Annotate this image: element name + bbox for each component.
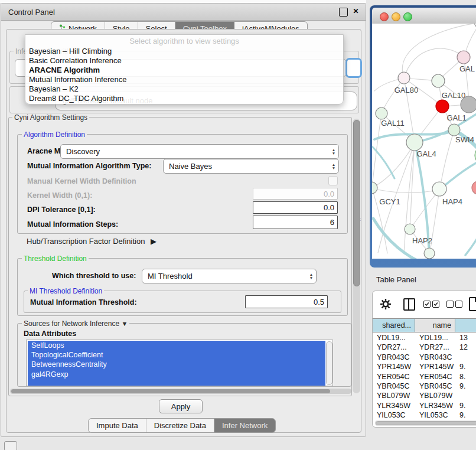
- split-columns-icon[interactable]: [403, 298, 415, 311]
- table-cell: YBR043C: [377, 353, 415, 361]
- close-panel-icon[interactable]: ✕: [352, 8, 360, 15]
- node-gal4-label: GAL4: [416, 149, 436, 158]
- which-threshold-combobox[interactable]: MI Threshold ▲▼: [142, 269, 317, 283]
- column-header[interactable]: name: [415, 319, 455, 332]
- algorithm-option[interactable]: Bayesian – K2: [27, 84, 342, 94]
- node-hap2[interactable]: [405, 224, 415, 234]
- algorithm-option[interactable]: Mutual Information Inference: [27, 75, 342, 84]
- table-row[interactable]: YLR345WYLR345W9.: [373, 402, 476, 411]
- sources-title-text: Sources for Network Inference: [24, 319, 119, 328]
- table-row[interactable]: YDL19...YDL19...13: [373, 334, 476, 343]
- node-gal10[interactable]: [432, 74, 445, 87]
- column-header[interactable]: [455, 319, 476, 332]
- zoom-traffic-light[interactable]: [403, 12, 412, 21]
- table-header-row: shared...name: [373, 318, 476, 332]
- bottom-tab-impute-data[interactable]: Impute Data: [89, 419, 146, 432]
- bottom-tab-discretize-data[interactable]: Discretize Data: [146, 419, 214, 432]
- expand-right-icon: ▶: [151, 237, 157, 246]
- unchecked-pair-icon[interactable]: [446, 301, 462, 308]
- table-row[interactable]: YPR145WYPR145W9.: [373, 363, 476, 372]
- minimize-traffic-light[interactable]: [392, 12, 400, 21]
- node-salmon[interactable]: [472, 181, 476, 194]
- table-cell: YBL079W: [419, 392, 455, 400]
- algorithm-option[interactable]: Dream8 DC_TDC Algorithm: [27, 94, 342, 103]
- mi-threshold-label: Mutual Information Threshold:: [30, 298, 137, 306]
- attribute-list-item[interactable]: TopologicalCoefficient: [28, 350, 325, 360]
- attribute-list-item[interactable]: gal4RGexp: [28, 370, 325, 379]
- node-gcy1[interactable]: [372, 182, 377, 194]
- node-gal4[interactable]: [406, 134, 423, 151]
- algorithm-option[interactable]: ARACNE Algorithm: [27, 66, 342, 75]
- mi-algorithm-type-label: Mutual Information Algorithm Type:: [27, 162, 151, 170]
- kernel-width-label: Kernel Width (0,1):: [27, 191, 92, 200]
- node-bottom-partial[interactable]: [424, 248, 435, 259]
- aracne-mode-combobox[interactable]: Discovery ▲▼: [60, 144, 339, 159]
- table-cell: YBL079W: [377, 392, 415, 400]
- attribute-list-item[interactable]: BetweennessCentrality: [28, 360, 325, 369]
- list-scrollbar[interactable]: [326, 341, 332, 385]
- mi-threshold-input[interactable]: [245, 295, 328, 308]
- close-traffic-light[interactable]: [380, 12, 389, 21]
- table-row[interactable]: YBR043CYBR043C: [373, 353, 476, 363]
- node-gal-pink[interactable]: [457, 51, 470, 64]
- node-hap4[interactable]: [432, 182, 446, 196]
- table-row[interactable]: YBR045CYBR045C9.: [373, 382, 476, 392]
- attribute-list-item[interactable]: SelfLoops: [28, 341, 325, 350]
- which-threshold-value: MI Threshold: [142, 272, 307, 281]
- collapse-panel-button[interactable]: [4, 441, 17, 450]
- network-view-window[interactable]: GALGAL80GAL10GAL1GAL11SWI4GAL4GCY1HAP4YH…: [370, 5, 476, 268]
- network-canvas[interactable]: GALGAL80GAL10GAL1GAL11SWI4GAL4GCY1HAP4YH…: [372, 24, 476, 259]
- checked-pair-icon[interactable]: [423, 301, 439, 308]
- node-swi4[interactable]: [448, 124, 460, 136]
- node-gal11[interactable]: [376, 107, 387, 119]
- data-attributes-list[interactable]: SelfLoopsTopologicalCoefficientBetweenne…: [26, 340, 333, 386]
- apply-button[interactable]: Apply: [159, 399, 203, 413]
- table-cell: 8.: [459, 373, 476, 381]
- panel-splitter-handle[interactable]: ··: [360, 217, 363, 223]
- hub-definition-label: Hub/Transcription Factor Definition: [27, 237, 145, 246]
- table-cell: YLR345W: [419, 402, 455, 410]
- hub-definition-toggle[interactable]: Hub/Transcription Factor Definition ▶: [27, 237, 157, 246]
- control-panel-title: Control Panel: [8, 8, 55, 17]
- table-row[interactable]: YDR27...YDR27...12: [373, 343, 476, 353]
- node-gal80-label: GAL80: [395, 86, 418, 94]
- node-gal10-label: GAL10: [442, 91, 465, 100]
- which-threshold-label: Which threshold to use:: [52, 272, 136, 280]
- tab-label: Impute Data: [96, 421, 138, 430]
- node-gal80[interactable]: [398, 72, 410, 84]
- column-header[interactable]: shared...: [373, 319, 415, 332]
- algorithm-dropdown-placeholder: Select algorithm to view settings: [25, 37, 343, 45]
- node-gal1[interactable]: [436, 100, 449, 113]
- mi-steps-input[interactable]: [253, 216, 338, 229]
- kernel-width-input[interactable]: [253, 188, 338, 200]
- bottom-tab-infer-network[interactable]: Infer Network: [214, 419, 275, 432]
- document-icon[interactable]: [469, 297, 476, 311]
- mi-algorithm-type-combobox[interactable]: Naive Bayes ▲▼: [163, 159, 339, 174]
- settings-horizontal-scrollbar[interactable]: [10, 389, 351, 394]
- mi-threshold-group: MI Threshold Definition Mutual Informati…: [24, 291, 341, 313]
- table-panel-title: Table Panel: [376, 275, 416, 284]
- table-cell: 9.: [459, 382, 476, 390]
- algorithm-select-focus-stepper[interactable]: [345, 58, 362, 78]
- stepper-icon: ▲▼: [329, 148, 338, 155]
- network-window-titlebar[interactable]: [372, 8, 476, 24]
- algorithm-option[interactable]: Bayesian – Hill Climbing: [27, 47, 342, 56]
- table-cell: YDR27...: [419, 343, 455, 351]
- gear-icon[interactable]: [380, 298, 392, 310]
- manual-kernel-width-checkbox[interactable]: [328, 176, 338, 185]
- algorithm-option[interactable]: Basic Correlation Inference: [27, 56, 342, 66]
- table-cell: 9.: [459, 402, 476, 410]
- dpi-tolerance-input[interactable]: [253, 201, 338, 214]
- table-horizontal-scrollbar[interactable]: [375, 420, 476, 426]
- node-gray[interactable]: [461, 96, 476, 113]
- node-hap4-label: HAP4: [442, 197, 462, 206]
- control-panel-titlebar[interactable]: Control Panel ✕: [1, 4, 366, 21]
- threshold-definition-group: Threshold Definition Which threshold to …: [17, 258, 348, 316]
- table-row[interactable]: YIL053CYIL053C9.: [373, 411, 476, 420]
- settings-vertical-scrollbar[interactable]: [353, 119, 360, 393]
- sources-group-title[interactable]: Sources for Network Inference ▼: [22, 319, 129, 328]
- float-panel-icon[interactable]: [339, 8, 348, 17]
- table-row[interactable]: YBL079WYBL079W: [373, 392, 476, 401]
- table-row[interactable]: YER054CYER054C8.: [373, 373, 476, 382]
- algorithm-definition-group: Algorithm Definition Aracne Mode: Discov…: [17, 134, 348, 234]
